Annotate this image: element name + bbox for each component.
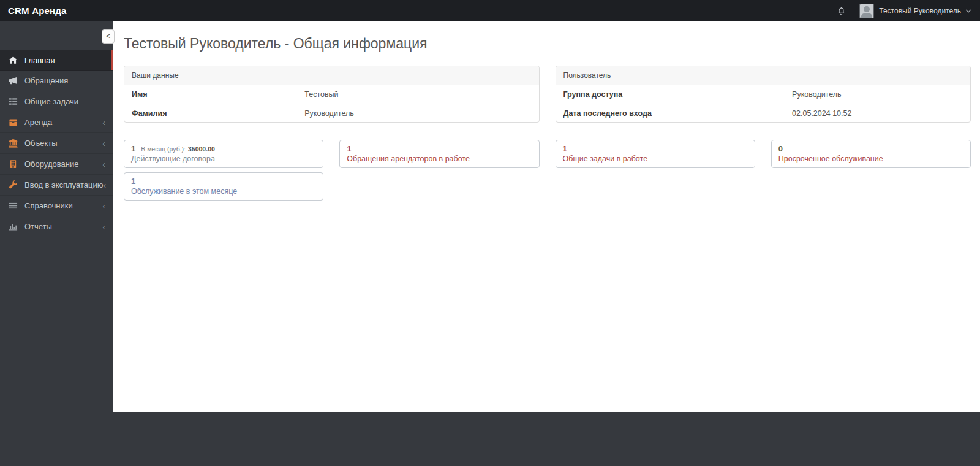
topbar: CRM Аренда Тестовый Руководитель: [0, 0, 980, 21]
card-top: 1 В месяц (руб.): 35000.00: [131, 143, 316, 154]
card-sub-value: 35000.00: [188, 145, 215, 153]
card-label: Обслуживание в этом месяце: [131, 186, 316, 196]
sidebar-item-label: Главная: [24, 56, 55, 65]
row-value: Тестовый: [304, 90, 338, 99]
sidebar-item-home[interactable]: Главная: [0, 50, 113, 71]
stat-cards: 1 В месяц (руб.): 35000.00 Действующие д…: [124, 140, 971, 201]
user-name: Тестовый Руководитель: [879, 7, 961, 15]
chevron-left-icon: ‹: [102, 202, 105, 210]
chevron-left-icon: ‹: [103, 181, 106, 189]
notifications-bell-icon[interactable]: [837, 6, 846, 16]
card-sub-label: В месяц (руб.):: [141, 145, 186, 153]
sidebar-item-directories[interactable]: Справочники ‹: [0, 196, 113, 216]
chevron-down-icon: [965, 9, 971, 13]
user-menu[interactable]: Тестовый Руководитель: [859, 4, 971, 18]
card-label: Действующие договора: [131, 154, 316, 164]
row-value: Руководитель: [792, 90, 842, 99]
sidebar-item-rent[interactable]: Аренда ‹: [0, 112, 113, 133]
task-list-icon: [8, 97, 18, 107]
main-content: < Тестовый Руководитель - Общая информац…: [113, 21, 980, 412]
card-label: Просроченное обслуживание: [778, 154, 963, 164]
row-value: 02.05.2024 10:52: [792, 109, 851, 118]
page-title: Тестовый Руководитель - Общая информация: [124, 36, 971, 52]
user-avatar: [859, 4, 874, 18]
card-active-contracts[interactable]: 1 В месяц (руб.): 35000.00 Действующие д…: [124, 140, 323, 168]
row-label: Дата последнего входа: [564, 109, 652, 118]
topbar-right: Тестовый Руководитель: [837, 4, 980, 18]
sidebar-collapse-button[interactable]: <: [102, 29, 115, 44]
sidebar-nav: Главная Обращения Общие задачи: [0, 50, 113, 237]
table-row: Дата последнего входа 02.05.2024 10:52: [556, 104, 971, 122]
panel-your-data: Ваши данные Имя Тестовый Фамилия Руковод…: [124, 66, 540, 123]
card-label: Обращения арендаторов в работе: [347, 154, 532, 164]
list-icon: [8, 201, 18, 211]
table-row: Группа доступа Руководитель: [556, 85, 971, 104]
card-value: 1: [563, 143, 748, 154]
megaphone-icon: [8, 76, 18, 86]
card-tenant-appeals-in-progress[interactable]: 1 Обращения арендаторов в работе: [339, 140, 539, 168]
card-value: 0: [778, 143, 963, 154]
sidebar-item-label: Отчеты: [24, 222, 52, 231]
panel-user: Пользователь Группа доступа Руководитель…: [556, 66, 971, 123]
sidebar-item-commissioning[interactable]: Ввод в эксплуатацию ‹: [0, 175, 113, 196]
card-common-tasks-in-progress[interactable]: 1 Общие задачи в работе: [556, 140, 755, 168]
sidebar-item-label: Общие задачи: [24, 97, 78, 106]
sidebar-item-common-tasks[interactable]: Общие задачи: [0, 91, 113, 112]
sidebar: Главная Обращения Общие задачи: [0, 21, 113, 466]
sidebar-item-label: Ввод в эксплуатацию: [24, 180, 103, 189]
card-overdue-maintenance[interactable]: 0 Просроченное обслуживание: [771, 140, 971, 168]
archive-box-icon: [8, 118, 18, 128]
footer: © CRM Аренда 2024: [0, 412, 980, 466]
panel-header: Пользователь: [556, 66, 971, 85]
panel-header: Ваши данные: [124, 66, 539, 85]
sidebar-item-label: Оборудование: [24, 159, 78, 169]
sidebar-item-reports[interactable]: Отчеты ‹: [0, 216, 113, 237]
table-row: Имя Тестовый: [124, 85, 539, 104]
sidebar-item-equipment[interactable]: Оборудование ‹: [0, 154, 113, 175]
brand-logo[interactable]: CRM Аренда: [0, 6, 67, 16]
card-value: 1: [131, 143, 135, 154]
chevron-left-icon: ‹: [102, 118, 105, 127]
sidebar-item-label: Обращения: [24, 76, 68, 85]
sidebar-item-label: Справочники: [24, 201, 73, 210]
row-label: Фамилия: [132, 109, 167, 118]
row-value: Руководитель: [304, 109, 354, 118]
row-label: Группа доступа: [564, 90, 623, 99]
chevron-left-icon: ‹: [102, 223, 105, 231]
card-label: Общие задачи в работе: [563, 154, 748, 164]
chevron-left-icon: ‹: [102, 139, 105, 148]
sidebar-item-label: Аренда: [24, 118, 52, 127]
bank-icon: [8, 139, 18, 148]
sidebar-item-objects[interactable]: Объекты ‹: [0, 133, 113, 154]
card-value: 1: [131, 176, 316, 186]
card-maintenance-this-month[interactable]: 1 Обслуживание в этом месяце: [124, 172, 323, 201]
sidebar-item-appeals[interactable]: Обращения: [0, 71, 113, 91]
chevron-left-icon: ‹: [102, 160, 105, 169]
card-value: 1: [347, 143, 532, 154]
sidebar-item-label: Объекты: [24, 139, 58, 148]
home-icon: [8, 55, 18, 65]
info-panels: Ваши данные Имя Тестовый Фамилия Руковод…: [124, 66, 971, 123]
table-row: Фамилия Руководитель: [124, 104, 539, 122]
bar-chart-icon: [8, 222, 18, 232]
wrench-icon: [8, 180, 18, 190]
building-icon: [8, 159, 18, 169]
row-label: Имя: [132, 90, 148, 99]
